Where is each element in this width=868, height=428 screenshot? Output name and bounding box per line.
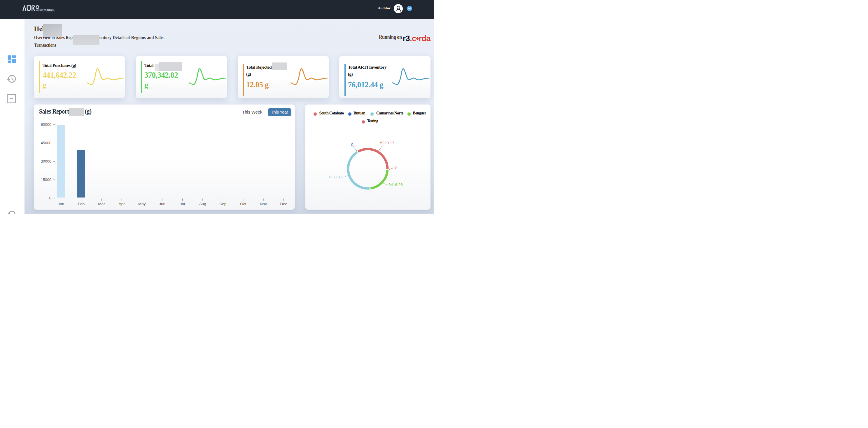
svg-text:30000: 30000 — [41, 159, 51, 164]
svg-text:Jan: Jan — [58, 202, 64, 206]
svg-text:Aug: Aug — [199, 202, 206, 206]
svg-text:Feb: Feb — [78, 202, 85, 206]
svg-text:Mar: Mar — [98, 202, 105, 206]
svg-text:15000: 15000 — [41, 177, 51, 182]
svg-text:60000: 60000 — [41, 122, 51, 127]
svg-text:May: May — [138, 202, 146, 206]
svg-text:Jun: Jun — [159, 202, 165, 206]
svg-text:0: 0 — [49, 196, 51, 200]
svg-text:5229.17: 5229.17 — [380, 141, 394, 145]
svg-text:Dec: Dec — [280, 202, 287, 206]
svg-text:Jul: Jul — [180, 202, 185, 206]
svg-text:6577.62: 6577.62 — [329, 175, 343, 179]
svg-text:Oct: Oct — [240, 202, 246, 206]
svg-text:Apr: Apr — [119, 202, 125, 206]
svg-text:0: 0 — [394, 165, 397, 170]
svg-text:3416.26: 3416.26 — [389, 182, 403, 187]
svg-text:Nov: Nov — [260, 202, 267, 206]
svg-text:Sep: Sep — [219, 202, 226, 206]
svg-text:0: 0 — [351, 142, 353, 147]
svg-text:45000: 45000 — [41, 141, 51, 145]
svg-text:PROVENANCE: PROVENANCE — [40, 8, 55, 12]
